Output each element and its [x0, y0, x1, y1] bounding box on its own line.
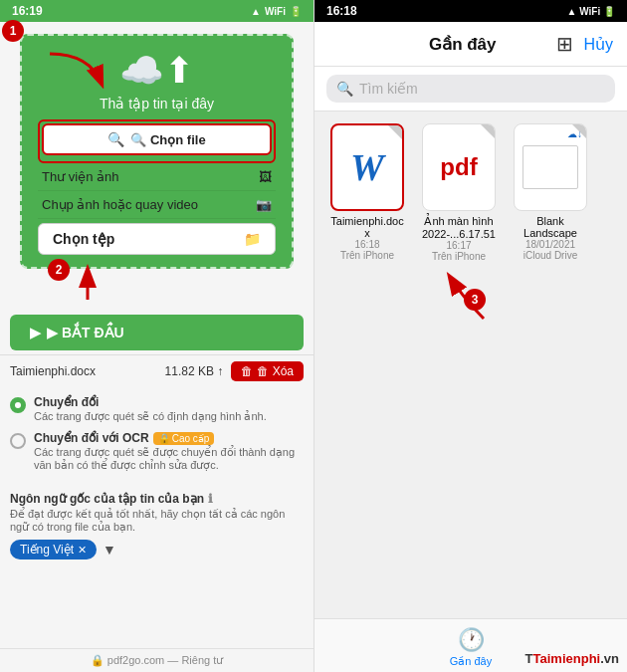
options-section: Chuyển đổi Các trang được quét sẽ có địn… [0, 387, 314, 488]
search-bar[interactable]: 🔍 Tìm kiếm [326, 75, 615, 103]
option1-label: Chuyển đổi [34, 395, 267, 409]
files-grid: W Taimienphi.docx 16:18 Trên iPhone pdf … [314, 112, 627, 274]
footer-bar: 🔒 pdf2go.com — Riêng tư [0, 648, 314, 672]
blank-file-source: iCloud Drive [523, 250, 577, 261]
cao-cap-badge: 🔒Cao cấp [153, 432, 215, 445]
blank-file-name: BlankLandscape [523, 215, 577, 239]
upload-text: Thả tập tin tại đây [100, 96, 214, 112]
file-name: Taimienphi.docx [10, 364, 96, 378]
camera-item[interactable]: Chụp ảnh hoặc quay video 📷 [38, 191, 276, 219]
file-thumb-blank[interactable]: ☁↓ [514, 123, 587, 211]
camera-icon: 📷 [256, 197, 272, 212]
status-icons-left: ▲WiFi🔋 [251, 6, 302, 17]
recents-label: Gần đây [450, 655, 492, 668]
word-file-source: Trên iPhone [340, 250, 394, 261]
footer-text: 🔒 pdf2go.com — Riêng tư [91, 654, 224, 666]
status-bar-right: 16:18 ▲ WiFi 🔋 [314, 0, 627, 22]
photo-library-item[interactable]: Thư viện ảnh 🖼 [38, 163, 276, 191]
file-info-row: Taimienphi.docx 11.82 KB ↑ 🗑 🗑 Xóa [0, 354, 314, 387]
file-corner [388, 125, 402, 139]
word-doc-icon: W [350, 145, 384, 189]
file-card-blank[interactable]: ☁↓ BlankLandscape 18/01/2021 iCloud Driv… [510, 123, 591, 262]
status-icons-right: ▲ WiFi 🔋 [567, 6, 615, 17]
pdf-file-time: 16:17 [446, 240, 471, 251]
lang-desc: Để đạt được kết quả tốt nhất, hãy chọn t… [10, 508, 304, 534]
blank-file-time: 18/01/2021 [525, 239, 575, 250]
file-size: 11.82 KB ↑ [165, 364, 224, 378]
option1-row[interactable]: Chuyển đổi Các trang được quét sẽ có địn… [10, 395, 304, 423]
time-right: 16:18 [326, 4, 357, 18]
pdf-icon: pdf [440, 153, 477, 181]
radio-option1[interactable] [10, 397, 26, 413]
photo-library-icon: 🖼 [259, 169, 272, 184]
option1-desc: Các trang được quét sẽ có định dạng hình… [34, 410, 267, 423]
option2-desc: Các trang được quét sẽ được chuyển đổi t… [34, 446, 304, 472]
play-icon: ▶ [30, 325, 41, 340]
right-panel: 16:18 ▲ WiFi 🔋 Gần đây ⊞ Hủy 🔍 Tìm kiếm … [314, 0, 627, 672]
word-file-time: 16:18 [354, 239, 379, 250]
radio-option2[interactable] [10, 433, 26, 449]
search-icon: 🔍 [336, 81, 353, 97]
search-placeholder: Tìm kiếm [359, 81, 418, 97]
watermark-text: T [525, 651, 533, 666]
file-thumb-pdf[interactable]: pdf [422, 123, 496, 211]
info-icon: ℹ [208, 492, 213, 506]
lang-row: Tiếng Việt ✕ ▼ [10, 540, 304, 560]
step-badge-1: 1 [2, 20, 24, 42]
choose-tep-button[interactable]: Chọn tệp 📁 [38, 223, 276, 255]
lang-label: Ngôn ngữ gốc của tập tin của bạn ℹ [10, 492, 304, 506]
watermark: TTaimienphi.vn [525, 651, 619, 666]
status-bar-left: 16:19 ▲WiFi🔋 [0, 0, 314, 22]
pdf-file-name: Ảnh màn hình2022-...6.17.51 [422, 215, 496, 240]
option2-row[interactable]: Chuyển đổi với OCR 🔒Cao cấp Các trang đư… [10, 431, 304, 472]
word-file-name: Taimienphi.docx [330, 215, 403, 239]
lang-tag[interactable]: Tiếng Việt ✕ [10, 540, 97, 560]
close-icon[interactable]: ✕ [78, 544, 87, 557]
step-badge-3: 3 [464, 289, 486, 311]
file-corner-pdf [481, 124, 495, 138]
lang-dropdown-icon[interactable]: ▼ [103, 542, 116, 558]
time-left: 16:19 [12, 4, 43, 18]
search-bar-wrap: 🔍 Tìm kiếm [314, 67, 627, 112]
pdf-file-source: Trên iPhone [432, 251, 486, 262]
recents-tab[interactable]: 🕐 Gần đây [450, 627, 492, 668]
photo-library-label: Thư viện ảnh [42, 169, 118, 184]
folder-icon: 📁 [244, 231, 261, 247]
right-header: Gần đây ⊞ Hủy [314, 22, 627, 67]
choose-tep-label: Chọn tệp [53, 231, 114, 247]
step-badge-2: 2 [48, 259, 70, 281]
cloud-upload-icon: ☁️⬆ [119, 50, 194, 92]
cloud-icon: ☁↓ [567, 128, 582, 139]
file-thumb-word[interactable]: W [330, 123, 404, 211]
trash-icon: 🗑 [241, 364, 253, 378]
camera-label: Chụp ảnh hoặc quay video [42, 197, 198, 212]
start-button[interactable]: ▶ ▶ BẮT ĐẦU [10, 315, 304, 350]
left-panel: 16:19 ▲WiFi🔋 1 ☁️⬆ Thả tập tin tại đây [0, 0, 314, 672]
delete-button[interactable]: 🗑 🗑 Xóa [231, 361, 304, 381]
upload-area: ☁️⬆ Thả tập tin tại đây 🔍 🔍 Chọn file Th… [20, 34, 294, 269]
file-card-word[interactable]: W Taimienphi.docx 16:18 Trên iPhone [326, 123, 408, 262]
recents-icon: 🕐 [458, 627, 485, 653]
choose-file-button[interactable]: 🔍 🔍 Chọn file [42, 123, 272, 155]
search-icon: 🔍 [107, 131, 124, 147]
grid-icon[interactable]: ⊞ [556, 32, 573, 56]
header-title: Gần đây [368, 34, 556, 55]
file-card-pdf[interactable]: pdf Ảnh màn hình2022-...6.17.51 16:17 Tr… [418, 123, 500, 262]
cancel-button[interactable]: Hủy [583, 35, 613, 54]
option2-label: Chuyển đổi với OCR [34, 431, 149, 445]
language-section: Ngôn ngữ gốc của tập tin của bạn ℹ Để đạ… [0, 488, 314, 565]
